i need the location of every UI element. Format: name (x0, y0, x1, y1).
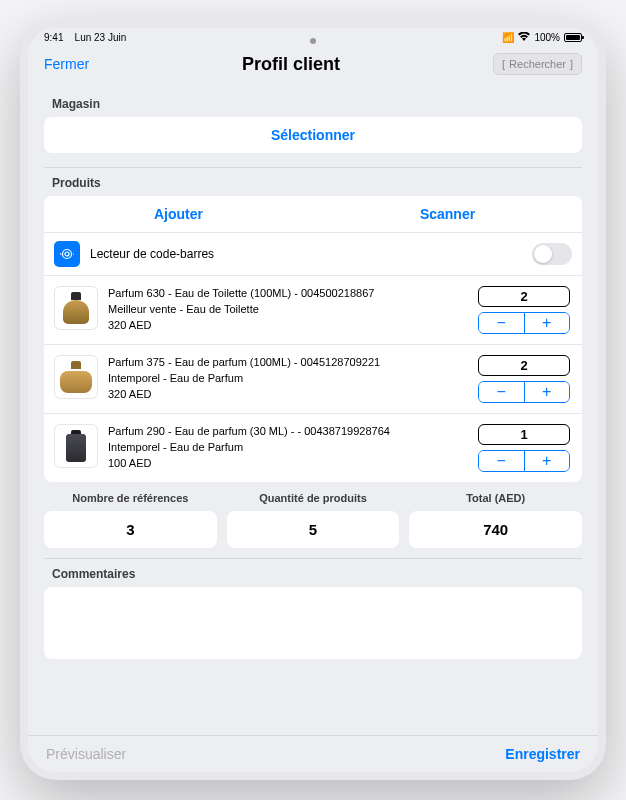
status-right: 📶 100% (502, 32, 582, 43)
status-left: 9:41 Lun 23 Juin (44, 32, 126, 43)
svg-point-1 (63, 250, 72, 259)
bracket-left-icon: [ (502, 58, 505, 70)
product-subtitle: Intemporel - Eau de Parfum (108, 371, 466, 387)
barcode-icon (54, 241, 80, 267)
summary-row: Nombre de références 3 Quantité de produ… (44, 492, 582, 548)
tablet-frame: 9:41 Lun 23 Juin 📶 100% Fermer Profil cl… (20, 20, 606, 780)
product-title: Parfum 630 - Eau de Toilette (100ML) - 0… (108, 286, 466, 302)
product-row: Parfum 290 - Eau de parfum (30 ML) - - 0… (44, 414, 582, 482)
qty-value[interactable]: 2 (478, 286, 570, 307)
qty-stepper: − + (478, 381, 570, 403)
product-image (54, 424, 98, 468)
preview-button[interactable]: Prévisualiser (46, 746, 126, 762)
qty-minus-button[interactable]: − (479, 451, 525, 471)
screen: 9:41 Lun 23 Juin 📶 100% Fermer Profil cl… (28, 28, 598, 772)
qty-controls: 2 − + (476, 355, 572, 403)
qty-stepper: − + (478, 312, 570, 334)
summary-qty-label: Quantité de produits (227, 492, 400, 504)
product-title: Parfum 375 - Eau de parfum (100ML) - 004… (108, 355, 466, 371)
product-info: Parfum 630 - Eau de Toilette (100ML) - 0… (108, 286, 466, 334)
section-store-label: Magasin (44, 89, 582, 117)
header: Fermer Profil client [ Rechercher ] (28, 43, 598, 89)
qty-plus-button[interactable]: + (525, 382, 570, 402)
save-button[interactable]: Enregistrer (505, 746, 580, 762)
product-price: 320 AED (108, 318, 466, 334)
summary-qty: Quantité de produits 5 (227, 492, 400, 548)
section-products-label: Produits (44, 167, 582, 196)
comments-input[interactable] (44, 587, 582, 659)
qty-minus-button[interactable]: − (479, 382, 525, 402)
toggle-knob (534, 245, 552, 263)
product-subtitle: Meilleur vente - Eau de Toilette (108, 302, 466, 318)
barcode-label: Lecteur de code-barres (90, 247, 522, 261)
product-info: Parfum 375 - Eau de parfum (100ML) - 004… (108, 355, 466, 403)
barcode-row: Lecteur de code-barres (44, 233, 582, 276)
product-price: 320 AED (108, 387, 466, 403)
battery-percent: 100% (534, 32, 560, 43)
bracket-right-icon: ] (570, 58, 573, 70)
products-card: Ajouter Scanner Lecteur de code-barres (44, 196, 582, 482)
section-comments-label: Commentaires (44, 558, 582, 587)
tab-scan[interactable]: Scanner (313, 196, 582, 232)
svg-rect-3 (73, 254, 74, 255)
battery-icon (564, 33, 582, 42)
status-time: 9:41 (44, 32, 63, 43)
signal-icon: 📶 (502, 32, 514, 43)
product-image (54, 355, 98, 399)
qty-plus-button[interactable]: + (525, 313, 570, 333)
wifi-icon (518, 32, 530, 43)
svg-point-0 (65, 252, 69, 256)
summary-refs: Nombre de références 3 (44, 492, 217, 548)
qty-stepper: − + (478, 450, 570, 472)
product-row: Parfum 375 - Eau de parfum (100ML) - 004… (44, 345, 582, 414)
summary-qty-value: 5 (227, 511, 400, 548)
tab-add[interactable]: Ajouter (44, 196, 313, 232)
product-subtitle: Intemporel - Eau de Parfum (108, 440, 466, 456)
summary-total-value: 740 (409, 511, 582, 548)
qty-controls: 2 − + (476, 286, 572, 334)
barcode-toggle[interactable] (532, 243, 572, 265)
content-area: Magasin Sélectionner Produits Ajouter Sc… (28, 89, 598, 735)
qty-controls: 1 − + (476, 424, 572, 472)
qty-plus-button[interactable]: + (525, 451, 570, 471)
product-row: Parfum 630 - Eau de Toilette (100ML) - 0… (44, 276, 582, 345)
qty-value[interactable]: 1 (478, 424, 570, 445)
product-price: 100 AED (108, 456, 466, 472)
footer: Prévisualiser Enregistrer (28, 735, 598, 772)
status-date: Lun 23 Juin (75, 32, 127, 43)
product-image (54, 286, 98, 330)
summary-refs-value: 3 (44, 511, 217, 548)
camera-dot (310, 38, 316, 44)
search-label: Rechercher (509, 58, 566, 70)
page-title: Profil client (242, 54, 340, 75)
summary-total-label: Total (AED) (409, 492, 582, 504)
select-store-button[interactable]: Sélectionner (44, 117, 582, 153)
svg-rect-2 (60, 254, 61, 255)
qty-minus-button[interactable]: − (479, 313, 525, 333)
summary-total: Total (AED) 740 (409, 492, 582, 548)
summary-refs-label: Nombre de références (44, 492, 217, 504)
close-button[interactable]: Fermer (44, 56, 89, 72)
qty-value[interactable]: 2 (478, 355, 570, 376)
search-button[interactable]: [ Rechercher ] (493, 53, 582, 75)
tabs: Ajouter Scanner (44, 196, 582, 233)
product-info: Parfum 290 - Eau de parfum (30 ML) - - 0… (108, 424, 466, 472)
product-title: Parfum 290 - Eau de parfum (30 ML) - - 0… (108, 424, 466, 440)
